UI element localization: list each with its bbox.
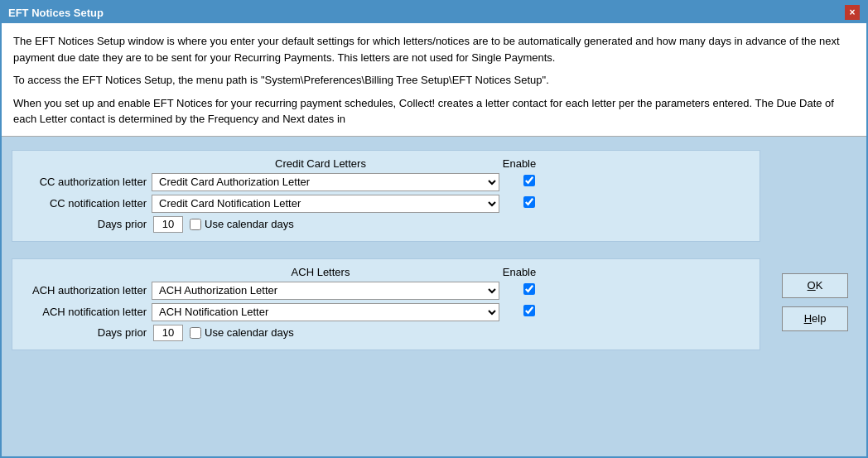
- ach-notify-select[interactable]: ACH Notification Letter: [152, 303, 499, 321]
- ach-calendar-checkbox[interactable]: [190, 327, 201, 339]
- forms-area: Credit Card Letters Enable CC authorizat…: [12, 150, 760, 447]
- ok-button[interactable]: OK: [782, 273, 848, 298]
- cc-auth-checkbox[interactable]: [523, 175, 535, 186]
- cc-calendar-label[interactable]: Use calendar days: [190, 218, 294, 230]
- cc-calendar-checkbox[interactable]: [190, 219, 201, 230]
- cc-days-row: Days prior 10 Use calendar days: [22, 216, 750, 233]
- cc-enable-header: Enable: [494, 157, 544, 170]
- ach-calendar-text: Use calendar days: [205, 326, 294, 339]
- buttons-area: OK Help: [774, 150, 856, 447]
- main-window: EFT Notices Setup × The EFT Notices Setu…: [0, 0, 868, 458]
- ach-days-label: Days prior: [22, 326, 147, 339]
- cc-header-row: Credit Card Letters Enable: [22, 157, 750, 170]
- ach-auth-checkbox[interactable]: [523, 283, 535, 295]
- ach-notify-checkbox[interactable]: [523, 305, 535, 316]
- ach-section: ACH Letters Enable ACH authorization let…: [12, 258, 760, 350]
- ach-auth-row: ACH authorization letter ACH Authorizati…: [22, 282, 750, 300]
- description-area: The EFT Notices Setup window is where yo…: [2, 23, 866, 137]
- cc-days-label: Days prior: [22, 218, 147, 230]
- ach-header-row: ACH Letters Enable: [22, 266, 750, 278]
- cc-section: Credit Card Letters Enable CC authorizat…: [12, 150, 760, 242]
- cc-notify-row: CC notification letter Credit Card Notif…: [22, 195, 750, 213]
- ach-notify-row: ACH notification letter ACH Notification…: [22, 303, 750, 321]
- cc-auth-label: CC authorization letter: [22, 176, 147, 188]
- window-title: EFT Notices Setup: [8, 7, 104, 19]
- cc-days-input[interactable]: 10: [153, 216, 183, 233]
- cc-calendar-text: Use calendar days: [205, 218, 294, 230]
- help-button[interactable]: Help: [782, 306, 848, 331]
- description-line3: When you set up and enable EFT Notices f…: [13, 95, 855, 128]
- ach-notify-label: ACH notification letter: [22, 306, 147, 318]
- ach-auth-select[interactable]: ACH Authorization Letter: [152, 282, 499, 300]
- ach-days-row: Days prior Use calendar days: [22, 325, 750, 341]
- ach-enable-header: Enable: [494, 266, 544, 278]
- cc-notify-checkbox[interactable]: [523, 196, 535, 208]
- main-form-area: Credit Card Letters Enable CC authorizat…: [2, 137, 866, 457]
- title-bar: EFT Notices Setup ×: [2, 2, 866, 23]
- ach-days-input[interactable]: [153, 325, 183, 341]
- cc-notify-label: CC notification letter: [22, 197, 147, 210]
- cc-auth-row: CC authorization letter Credit Card Auth…: [22, 173, 750, 191]
- close-button[interactable]: ×: [845, 5, 860, 20]
- description-line2: To access the EFT Notices Setup, the men…: [13, 72, 855, 89]
- cc-auth-select[interactable]: Credit Card Authorization Letter: [152, 173, 499, 191]
- cc-section-title: Credit Card Letters: [275, 157, 366, 170]
- cc-notify-select[interactable]: Credit Card Notification Letter: [152, 195, 499, 213]
- ach-auth-label: ACH authorization letter: [22, 284, 147, 296]
- ach-section-title: ACH Letters: [292, 266, 350, 278]
- ach-calendar-label[interactable]: Use calendar days: [190, 326, 294, 339]
- description-line1: The EFT Notices Setup window is where yo…: [13, 33, 855, 65]
